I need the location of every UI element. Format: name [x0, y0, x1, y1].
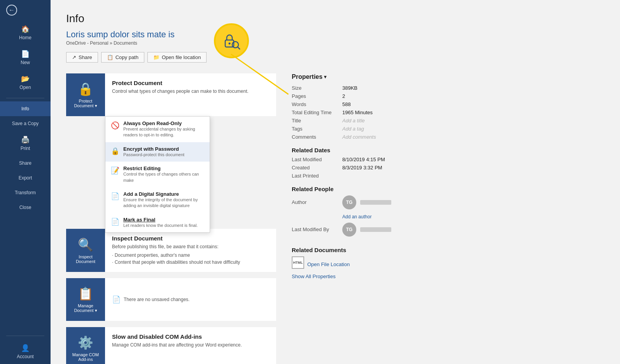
read-only-icon: 🚫: [111, 121, 119, 130]
sidebar-item-label: Export: [19, 175, 32, 181]
date-row: Last Modified8/10/2019 4:15 PM: [292, 157, 604, 162]
signature-icon: 📄: [111, 192, 119, 200]
property-value: Add a tag: [342, 126, 364, 132]
dropdown-item-read-only[interactable]: 🚫 Always Open Read-Only Prevent accident…: [105, 117, 210, 142]
property-value: 2: [342, 93, 345, 99]
related-dates-title: Related Dates: [292, 147, 604, 153]
manage-doc-icon2: 📄: [112, 295, 121, 304]
copy-path-button[interactable]: 📋 Copy path: [101, 52, 144, 63]
read-only-text: Always Open Read-Only Prevent accidental…: [123, 120, 204, 138]
property-label: Comments: [292, 134, 342, 140]
property-label: Tags: [292, 126, 342, 132]
sidebar-item-close[interactable]: Close: [0, 200, 51, 215]
add-author-label[interactable]: Add an author: [342, 214, 391, 219]
copy-icon: 📋: [107, 54, 113, 60]
back-button[interactable]: ←: [0, 0, 51, 20]
share-button[interactable]: ↗ Share: [66, 52, 98, 63]
sidebar-item-info[interactable]: Info: [0, 101, 51, 116]
restrict-icon: 📝: [111, 166, 119, 175]
inspect-document-line0: Before publishing this file, be aware th…: [112, 243, 269, 250]
sidebar-item-label: Home: [19, 35, 32, 40]
breadcrumb: OneDrive - Personal » Documents: [66, 40, 604, 46]
protect-document-icon-area[interactable]: 🔒 Protect Document ▾: [66, 73, 105, 116]
sidebar-item-print[interactable]: 🖨️ Print: [0, 131, 51, 156]
property-label: Total Editing Time: [292, 110, 342, 115]
dropdown-item-restrict[interactable]: 📝 Restrict Editing Control the types of …: [105, 162, 210, 187]
property-value: 389KB: [342, 85, 357, 91]
com-addins-icon-area[interactable]: ⚙️ Manage COM Add-ins: [66, 327, 105, 364]
property-row: CommentsAdd comments: [292, 134, 604, 140]
copy-path-label: Copy path: [116, 54, 138, 60]
com-addins-content: Slow and Disabled COM Add-ins Manage COM…: [105, 327, 276, 364]
manage-document-content: 📄 There are no unsaved changes.: [105, 278, 276, 321]
sidebar-divider-bottom: [6, 336, 44, 336]
last-modified-by-row: Last Modified By TG: [292, 223, 604, 240]
dropdown-item-encrypt[interactable]: 🔒 Encrypt with Password Password-protect…: [105, 142, 210, 162]
sidebar-item-open[interactable]: 📂 Open: [0, 70, 51, 95]
property-label: Words: [292, 101, 342, 107]
inspect-document-icon-area[interactable]: 🔍 Inspect Document: [66, 229, 105, 272]
manage-document-icon-area[interactable]: 📋 Manage Document ▾: [66, 278, 105, 321]
mark-final-desc: Let readers know the document is final.: [123, 223, 198, 228]
dropdown-item-mark-final[interactable]: 📄 Mark as Final Let readers know the doc…: [105, 213, 210, 232]
property-value: 588: [342, 101, 351, 107]
show-all-properties-link[interactable]: Show All Properties: [292, 273, 336, 279]
action-buttons-row: ↗ Share 📋 Copy path 📁 Open file location: [66, 52, 604, 63]
related-documents-title: Related Documents: [292, 247, 604, 253]
open-file-location-button[interactable]: 📁 Open file location: [147, 52, 207, 63]
account-icon: 👤: [21, 344, 30, 352]
restrict-desc: Control the types of changes others can …: [123, 171, 204, 183]
dropdown-item-signature[interactable]: 📄 Add a Digital Signature Ensure the int…: [105, 187, 210, 213]
back-arrow-icon: ←: [6, 5, 17, 16]
property-value: Add comments: [342, 134, 376, 140]
html-file-icon: HTML: [292, 256, 304, 269]
protect-document-content: Protect Document Control what types of c…: [105, 73, 276, 116]
sidebar-item-share[interactable]: Share: [0, 156, 51, 171]
print-icon: 🖨️: [21, 136, 30, 144]
sidebar-item-label: Share: [19, 160, 32, 166]
sidebar-item-new[interactable]: 📄 New: [0, 45, 51, 70]
svg-line-3: [238, 47, 240, 49]
properties-fields: Size389KBPages2Words588Total Editing Tim…: [292, 85, 604, 140]
author-person-row: TG: [342, 195, 391, 209]
sidebar-item-label: Info: [21, 106, 29, 111]
property-label: Pages: [292, 93, 342, 99]
com-addins-title: Slow and Disabled COM Add-ins: [112, 333, 269, 340]
restrict-title: Restrict Editing: [123, 165, 204, 171]
com-addins-desc: Manage COM add-ins that are affecting yo…: [112, 341, 269, 348]
page-title: Info: [66, 12, 604, 25]
protect-document-desc: Control what types of changes people can…: [112, 88, 269, 95]
chevron-down-icon: ▾: [324, 74, 326, 80]
restrict-text: Restrict Editing Control the types of ch…: [123, 165, 204, 183]
property-label: Size: [292, 85, 342, 91]
sidebar-item-export[interactable]: Export: [0, 171, 51, 185]
related-people-title: Related People: [292, 186, 604, 192]
document-title: Loris sump dolor sits mate is: [66, 30, 604, 40]
protect-dropdown: 🚫 Always Open Read-Only Prevent accident…: [105, 116, 210, 233]
sections-row: 🔒 Protect Document ▾ Protect Document Co…: [66, 73, 604, 364]
open-file-location-row: HTML Open File Location: [292, 256, 604, 269]
sidebar-item-label: Print: [21, 146, 30, 151]
sidebar-item-label: Account: [17, 354, 33, 359]
sidebar-item-label: Close: [19, 205, 32, 210]
properties-title: Properties ▾: [292, 73, 604, 80]
com-addins-icon-label: Manage COM Add-ins: [72, 352, 99, 362]
sidebar-item-label: Transform: [15, 190, 36, 195]
sidebar-item-save-copy[interactable]: Save a Copy: [0, 116, 51, 131]
home-icon: 🏠: [21, 25, 30, 33]
inspect-document-line2: · Content that people with disabilities …: [112, 259, 269, 266]
com-addins-card: ⚙️ Manage COM Add-ins Slow and Disabled …: [66, 327, 276, 364]
sidebar-bottom: 👤 Account: [0, 333, 51, 364]
signature-title: Add a Digital Signature: [123, 191, 204, 197]
property-row: Pages2: [292, 93, 604, 99]
property-row: TitleAdd a title: [292, 118, 604, 124]
encrypt-title: Encrypt with Password: [123, 146, 184, 152]
sidebar-item-transform[interactable]: Transform: [0, 185, 51, 200]
inspect-document-line1: · Document properties, author's name: [112, 252, 269, 259]
sidebar-item-home[interactable]: 🏠 Home: [0, 20, 51, 45]
inspect-icon: 🔍: [78, 237, 93, 252]
signature-text: Add a Digital Signature Ensure the integ…: [123, 191, 204, 209]
date-value: 8/10/2019 4:15 PM: [342, 157, 385, 162]
open-file-location-link[interactable]: Open File Location: [307, 261, 350, 267]
sidebar-item-account[interactable]: 👤 Account: [0, 339, 51, 364]
